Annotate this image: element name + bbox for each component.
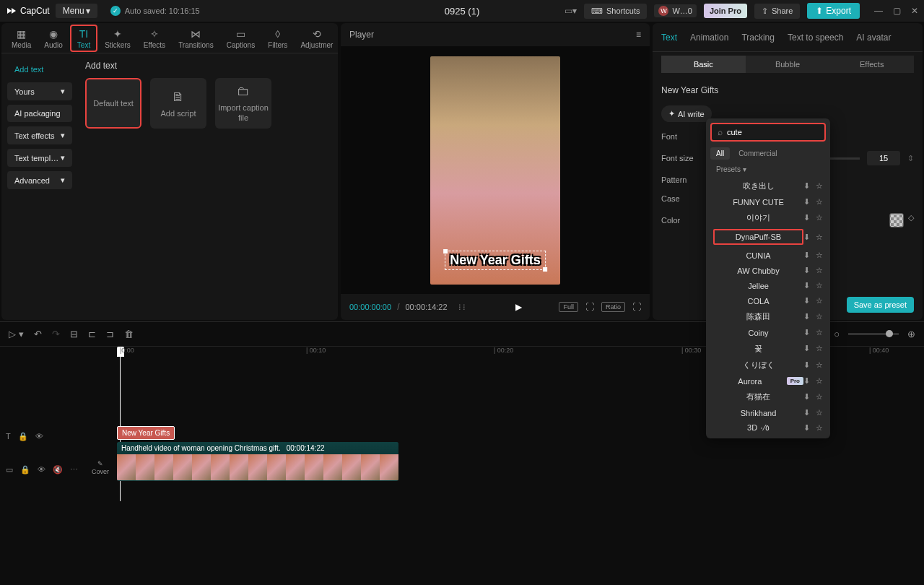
ai-write-button[interactable]: ✦AI write [661,105,712,122]
download-icon[interactable]: ⬇ [803,312,810,321]
download-icon[interactable]: ⬇ [803,281,810,290]
star-icon[interactable]: ☆ [816,392,823,402]
cover-button[interactable]: ✎Cover [88,455,113,480]
font-option[interactable]: FUNNY CUTE⬇☆ [706,194,830,209]
tab-text[interactable]: Text [661,32,677,43]
share-button[interactable]: ⇪Share [754,4,800,19]
eye-icon[interactable]: 👁 [35,432,43,441]
fontsize-input[interactable] [867,151,900,165]
sidebar-ai-packaging[interactable]: AI packaging [7,105,72,122]
lock-icon[interactable]: 🔒 [20,465,30,474]
tab-animation[interactable]: Animation [690,32,728,43]
star-icon[interactable]: ☆ [816,251,823,260]
star-icon[interactable]: ☆ [816,233,823,242]
play-button[interactable]: ▶ [515,302,522,312]
sidebar-text-templates[interactable]: Text templ…▾ [7,149,72,167]
font-option[interactable]: 有猫在⬇☆ [706,389,830,405]
sidebar-advanced[interactable]: Advanced▾ [7,171,72,189]
star-icon[interactable]: ☆ [816,213,823,222]
save-preset-button[interactable]: Save as preset [847,297,914,313]
zoom-slider[interactable] [848,333,899,335]
download-icon[interactable]: ⬇ [803,408,810,417]
minimize-button[interactable]: — [874,6,883,16]
sidebar-text-effects[interactable]: Text effects▾ [7,126,72,144]
download-icon[interactable]: ⬇ [803,344,810,353]
player-menu-icon[interactable]: ≡ [636,30,641,40]
font-option[interactable]: 陈森田⬇☆ [706,308,830,325]
full-button[interactable]: Full [559,302,578,312]
download-icon[interactable]: ⬇ [803,266,810,275]
player-canvas[interactable]: New Year Gifts [341,46,650,294]
user-badge[interactable]: WW…0 [654,4,697,17]
star-icon[interactable]: ☆ [816,296,823,306]
download-icon[interactable]: ⬇ [803,213,810,222]
star-icon[interactable]: ☆ [816,197,823,207]
font-option[interactable]: 吹き出し⬇☆ [706,178,830,194]
sidebar-add-text[interactable]: Add text [7,61,72,78]
tab-ai-avatar[interactable]: AI avatar [856,32,891,43]
download-icon[interactable]: ⬇ [803,296,810,306]
shortcuts-button[interactable]: ⌨Shortcuts [584,4,647,19]
font-tab-commercial[interactable]: Commercial [733,147,783,160]
tab-text-to-speech[interactable]: Text to speech [788,32,843,43]
star-icon[interactable]: ☆ [816,376,823,386]
text-clip[interactable]: New Year Gifts [117,426,175,440]
zoom-in-icon[interactable]: ⊕ [907,329,915,339]
tool-stickers[interactable]: ✦Stickers [99,26,136,51]
star-icon[interactable]: ☆ [816,423,823,433]
download-icon[interactable]: ⬇ [803,233,810,242]
default-text-option[interactable]: Default text [85,78,141,129]
eyedropper-icon[interactable]: ◇ [908,213,914,228]
tool-transitions[interactable]: ⋈Transitions [173,26,219,51]
font-option[interactable]: AW Chubby⬇☆ [706,263,830,278]
font-option[interactable]: 이야기⬇☆ [706,209,830,226]
subtab-basic[interactable]: Basic [661,56,746,73]
export-button[interactable]: ⬆Export [807,3,860,19]
tool-media[interactable]: ▦Media [6,26,37,51]
download-icon[interactable]: ⬇ [803,360,810,370]
video-clip[interactable]: Handheld video of woman opening Christma… [117,442,398,481]
tab-tracking[interactable]: Tracking [741,32,775,43]
download-icon[interactable]: ⬇ [803,328,810,337]
tool-effects[interactable]: ✧Effects [138,26,171,51]
stepper-icon[interactable]: ⇕ [907,154,914,163]
font-option[interactable]: Coiny⬇☆ [706,325,830,340]
undo-button[interactable]: ↶ [34,329,42,339]
tool-audio[interactable]: ◉Audio [38,26,69,51]
font-option[interactable]: COLA⬇☆ [706,293,830,308]
download-icon[interactable]: ⬇ [803,392,810,402]
split-left-button[interactable]: ⊏ [88,329,96,339]
star-icon[interactable]: ☆ [816,344,823,353]
star-icon[interactable]: ☆ [816,360,823,370]
font-option[interactable]: Jellee⬇☆ [706,278,830,293]
import-caption-option[interactable]: 🗀Import caption file [215,78,271,129]
quality-icon[interactable]: ⫶⫶ [458,302,466,312]
sidebar-yours[interactable]: Yours▾ [7,82,72,100]
crop-icon[interactable]: ⛶ [585,302,594,312]
split-button[interactable]: ⊟ [70,329,78,339]
tool-filters[interactable]: ◊Filters [262,26,293,51]
eye-icon[interactable]: 👁 [38,465,45,474]
fullscreen-icon[interactable]: ⛶ [632,302,641,312]
maximize-button[interactable]: ▢ [893,6,901,16]
download-icon[interactable]: ⬇ [803,181,810,191]
star-icon[interactable]: ☆ [816,408,823,417]
tool-text[interactable]: TIText [70,25,97,52]
join-pro-button[interactable]: Join Pro [704,4,747,18]
tool-adjustment[interactable]: ⟲Adjustmer [295,26,339,51]
star-icon[interactable]: ☆ [816,266,823,275]
color-picker[interactable] [889,213,904,228]
delete-button[interactable]: 🗑 [124,329,134,339]
font-presets[interactable]: Presets ▾ [706,161,830,178]
close-button[interactable]: ✕ [911,6,918,16]
split-right-button[interactable]: ⊐ [106,329,114,339]
star-icon[interactable]: ☆ [816,281,823,290]
download-icon[interactable]: ⬇ [803,251,810,260]
redo-button[interactable]: ↷ [52,329,60,339]
text-content-field[interactable]: New Year Gifts [661,85,914,95]
mute-icon[interactable]: 🔇 [53,465,63,474]
star-icon[interactable]: ☆ [816,328,823,337]
font-option[interactable]: DynaPuff-SB⬇☆ [706,226,830,248]
menu-button[interactable]: Menu▾ [56,4,97,18]
subtab-effects[interactable]: Effects [829,56,914,73]
